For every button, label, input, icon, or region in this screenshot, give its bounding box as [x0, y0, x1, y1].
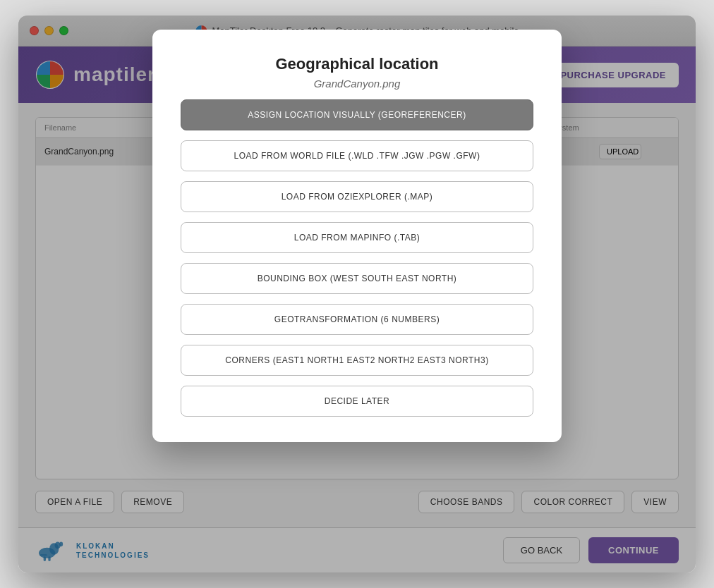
- load-mapinfo-button[interactable]: LOAD FROM MAPINFO (.TAB): [181, 222, 533, 253]
- geotransformation-button[interactable]: GEOTRANSFORMATION (6 NUMBERS): [181, 304, 533, 335]
- assign-visually-button[interactable]: ASSIGN LOCATION VISUALLY (GEOREFERENCER): [181, 99, 533, 130]
- corners-button[interactable]: CORNERS (EAST1 NORTH1 EAST2 NORTH2 EAST3…: [181, 345, 533, 376]
- decide-later-button[interactable]: DECIDE LATER: [181, 386, 533, 417]
- modal-overlay: Geographical location GrandCanyon.png AS…: [18, 16, 696, 572]
- modal-title: Geographical location: [181, 55, 533, 73]
- modal-subtitle: GrandCanyon.png: [181, 78, 533, 90]
- geo-location-modal: Geographical location GrandCanyon.png AS…: [152, 30, 562, 442]
- app-window: MapTiler Desktop Free 10.2 – Generate ra…: [18, 16, 696, 572]
- load-world-file-button[interactable]: LOAD FROM WORLD FILE (.WLD .TFW .JGW .PG…: [181, 140, 533, 171]
- bounding-box-button[interactable]: BOUNDING BOX (WEST SOUTH EAST NORTH): [181, 263, 533, 294]
- load-oziexplorer-button[interactable]: LOAD FROM OZIEXPLORER (.MAP): [181, 181, 533, 212]
